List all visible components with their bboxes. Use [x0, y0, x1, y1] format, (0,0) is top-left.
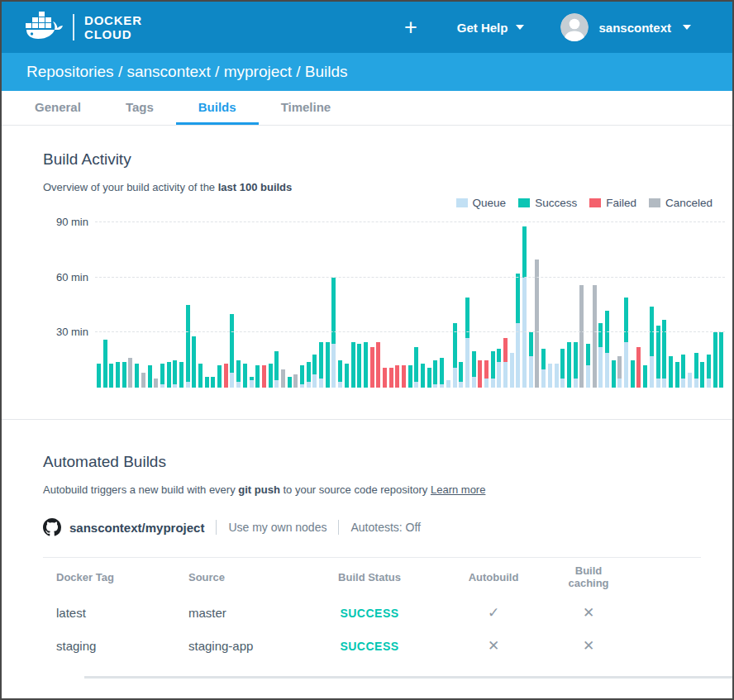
build-status-badge[interactable]: SUCCESS [340, 640, 398, 653]
logo-separator [73, 14, 74, 40]
queue-segment [503, 362, 508, 388]
success-segment [122, 362, 126, 388]
chart-bar [675, 362, 679, 388]
table-body: latestmasterSUCCESS✓✕stagingstaging-appS… [43, 596, 701, 662]
tab-builds[interactable]: Builds [176, 91, 259, 125]
build-status-badge[interactable]: SUCCESS [340, 607, 398, 620]
success-segment [217, 365, 222, 388]
queue-segment [694, 379, 698, 388]
column-header: Autobuild [431, 571, 555, 583]
chart-bar [312, 355, 317, 388]
success-segment [516, 274, 520, 323]
docker-cloud-logo[interactable]: DOCKER CLOUD [25, 11, 142, 44]
get-help-menu[interactable]: Get Help [457, 21, 525, 35]
queue-segment [230, 373, 234, 388]
chart-bar [694, 353, 698, 388]
failed-segment [389, 368, 393, 388]
chart-bar [307, 362, 311, 388]
success-segment [160, 364, 164, 383]
failed-segment [376, 342, 380, 388]
breadcrumb[interactable]: Repositories / sanscontext / myproject /… [26, 63, 348, 81]
brand-text: DOCKER CLOUD [84, 13, 142, 42]
success-segment [351, 342, 355, 388]
failed-segment [224, 364, 228, 388]
automated-builds-section: Automated Builds Autobuild triggers a ne… [2, 420, 732, 679]
queue-segment [605, 353, 609, 388]
success-segment [707, 355, 711, 379]
queue-segment [662, 379, 666, 388]
legend-swatch [456, 198, 468, 207]
success-segment [427, 368, 431, 388]
success-segment [586, 344, 590, 366]
success-segment [453, 323, 457, 367]
chart-bar [567, 342, 571, 388]
chart-bar [427, 368, 431, 388]
source-repo-row: sanscontext/myproject Use my own nodes A… [43, 517, 732, 537]
success-segment [179, 362, 184, 388]
success-segment [560, 349, 565, 379]
subtitle-text: Autobuild triggers a new build with ever… [43, 483, 238, 496]
chart-bar [395, 365, 399, 388]
failed-segment [484, 360, 489, 379]
chart-bar [351, 342, 355, 388]
legend-label: Queue [473, 197, 507, 209]
success-segment [97, 364, 101, 388]
autobuild-check-icon[interactable]: ✓ [431, 604, 555, 621]
success-segment [255, 365, 260, 388]
success-segment [491, 351, 495, 379]
failed-segment [636, 347, 641, 388]
chart-bar [326, 342, 330, 388]
chart-bar [529, 332, 533, 388]
success-segment [459, 362, 463, 382]
chart-bar [719, 332, 723, 388]
top-header: DOCKER CLOUD + Get Help sanscontext [2, 2, 732, 53]
user-menu[interactable]: sanscontext [560, 13, 691, 41]
docker-tag-cell: staging [43, 639, 175, 653]
legend-item-queue: Queue [456, 197, 507, 209]
build-caching-cross-icon[interactable]: ✕ [555, 637, 622, 655]
chart-bar [338, 360, 342, 388]
success-segment [669, 356, 673, 388]
success-segment [230, 314, 234, 373]
repo-name[interactable]: sanscontext/myproject [69, 521, 204, 535]
create-new-button[interactable]: + [404, 17, 417, 39]
chart-bar [262, 365, 266, 388]
success-segment [364, 342, 368, 388]
chart-bar [128, 358, 132, 388]
learn-more-link[interactable]: Learn more [431, 483, 485, 496]
tab-timeline[interactable]: Timeline [259, 91, 354, 125]
success-segment [173, 360, 177, 384]
queue-segment [186, 382, 190, 388]
success-segment [574, 342, 578, 379]
queue-segment [656, 379, 660, 388]
gridline [95, 277, 725, 278]
chart-bar [192, 336, 196, 388]
chart-bar [700, 362, 704, 388]
tab-tags[interactable]: Tags [103, 91, 176, 125]
queue-segment [688, 373, 692, 388]
success-segment [192, 336, 196, 388]
success-segment [307, 362, 311, 382]
autotests-label: Autotests: Off [350, 521, 421, 534]
success-segment [681, 355, 685, 379]
autobuild-cross-icon[interactable]: ✕ [431, 637, 555, 655]
chart-bar [510, 353, 514, 388]
success-segment [148, 365, 152, 388]
chart-bar [389, 368, 393, 388]
chart-bar [148, 365, 152, 388]
tab-general[interactable]: General [12, 91, 103, 125]
column-header: Build Status [307, 571, 431, 583]
chart-bar [345, 364, 349, 388]
queue-segment [586, 365, 590, 388]
legend-label: Canceled [665, 197, 713, 209]
chart-bar [555, 364, 559, 388]
chart-bar [173, 360, 177, 388]
build-activity-section: Build Activity Overview of your build ac… [2, 126, 732, 388]
chart-bar [370, 347, 374, 388]
build-activity-title: Build Activity [43, 150, 732, 169]
build-caching-cross-icon[interactable]: ✕ [555, 604, 622, 621]
queue-segment [560, 379, 565, 388]
canceled-segment [281, 369, 285, 388]
failed-segment [383, 368, 387, 388]
chart-bar [617, 356, 622, 388]
